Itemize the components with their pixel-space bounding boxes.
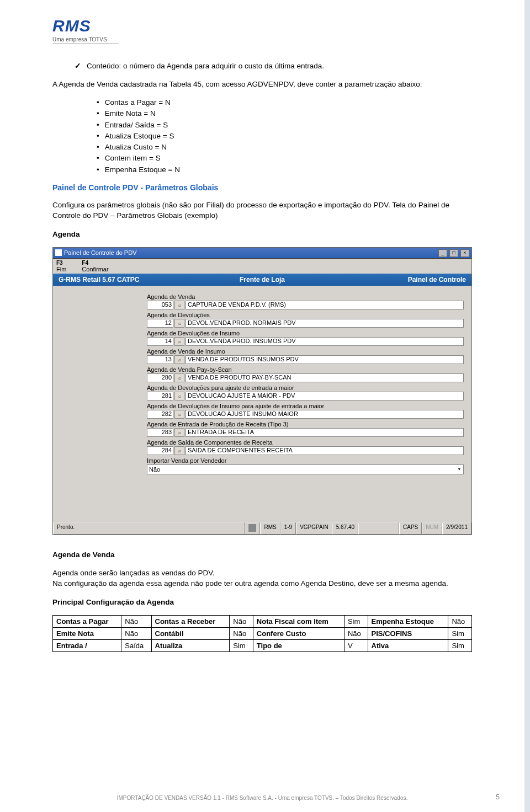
desc-input[interactable]: CAPTURA DE VENDA P.D.V. (RMS) bbox=[186, 301, 464, 309]
maximize-button[interactable]: □ bbox=[449, 249, 458, 257]
desc-input[interactable]: DEVOLUCAO AJUSTE INSUMO MAIOR bbox=[186, 410, 464, 419]
code-input[interactable]: 280 bbox=[147, 373, 173, 382]
lookup-icon[interactable]: ⌕ bbox=[174, 392, 184, 400]
cfg-label: Contas a Receber bbox=[151, 615, 230, 627]
status-bar: Pronto. RMS 1-9 VGPGPAIN 5.67.40 CAPS NU… bbox=[53, 522, 471, 535]
param-item: Atualiza Estoque = S bbox=[97, 131, 472, 142]
field-row: Agenda de Venda Pay-by-Scan 280 ⌕ VENDA … bbox=[147, 366, 464, 382]
select-value: Não bbox=[149, 466, 160, 473]
cfg-value: Sim bbox=[230, 639, 253, 651]
menu-label: Confirmar bbox=[82, 266, 108, 273]
param-item: Entrada/ Saída = S bbox=[97, 120, 472, 131]
form-body: Agenda de Venda 053 ⌕ CAPTURA DE VENDA P… bbox=[53, 286, 471, 522]
status-disk-icon bbox=[245, 522, 260, 535]
table-row: Contas a Pagar Não Contas a Receber Não … bbox=[53, 615, 472, 627]
status-ready: Pronto. bbox=[53, 522, 245, 535]
lookup-icon[interactable]: ⌕ bbox=[174, 301, 184, 309]
field-label: Agenda de Devoluções de Insumo bbox=[147, 330, 464, 336]
context-left: G-RMS Retail 5.67 CATPC bbox=[59, 276, 194, 284]
lookup-icon[interactable]: ⌕ bbox=[174, 428, 184, 437]
cfg-label: Contas a Pagar bbox=[53, 615, 121, 627]
close-button[interactable]: × bbox=[460, 249, 469, 257]
field-row: Agenda de Devoluções 12 ⌕ DEVOL.VENDA PR… bbox=[147, 312, 464, 328]
desc-input[interactable]: DEVOL.VENDA PROD. INSUMOS PDV bbox=[186, 337, 464, 346]
lookup-icon[interactable]: ⌕ bbox=[174, 319, 184, 328]
app-icon bbox=[55, 249, 62, 256]
status-date: 2/9/2011 bbox=[442, 522, 471, 535]
desc-input[interactable]: VENDA DE PRODUTO PAY-BY-SCAN bbox=[186, 373, 464, 382]
menu-fim[interactable]: F3 Fim bbox=[56, 260, 66, 273]
context-bar: G-RMS Retail 5.67 CATPC Frente de Loja P… bbox=[53, 274, 471, 286]
page-number: 5 bbox=[496, 793, 500, 801]
menu-bar: F3 Fim F4 Confirmar bbox=[53, 259, 471, 274]
status-prog: VGPGPAIN bbox=[296, 522, 332, 535]
desc-input[interactable]: VENDA DE PRODUTOS INSUMOS PDV bbox=[186, 355, 464, 364]
cfg-label: Nota Fiscal com Item bbox=[253, 615, 344, 627]
field-label: Agenda de Venda de Insumo bbox=[147, 348, 464, 355]
minimize-button[interactable]: _ bbox=[438, 249, 447, 257]
lookup-icon[interactable]: ⌕ bbox=[174, 337, 184, 346]
config-table: Contas a Pagar Não Contas a Receber Não … bbox=[52, 615, 472, 652]
cfg-value: Saída bbox=[121, 639, 151, 651]
code-input[interactable]: 284 bbox=[147, 446, 173, 455]
desc-input[interactable]: ENTRADA DE RECEITA bbox=[186, 428, 464, 437]
field-row-select: Importar Venda por Vendedor Não bbox=[147, 457, 464, 474]
cfg-value: Sim bbox=[344, 615, 368, 627]
context-center: Frente de Loja bbox=[194, 276, 330, 284]
heading-agenda-venda: Agenda de Venda bbox=[52, 549, 472, 560]
desc-input[interactable]: SAIDA DE COMPONENTES RECEITA bbox=[186, 446, 464, 455]
status-page: 1-9 bbox=[280, 522, 296, 535]
field-label: Agenda de Devoluções de Insumo para ajus… bbox=[147, 403, 464, 409]
code-input[interactable]: 282 bbox=[147, 410, 173, 419]
param-item: Contas a Pagar = N bbox=[97, 97, 472, 108]
code-input[interactable]: 283 bbox=[147, 428, 173, 437]
cfg-label: PIS/COFINS bbox=[368, 627, 448, 639]
status-ver: 5.67.40 bbox=[332, 522, 358, 535]
logo-subtitle: Uma empresa TOTVS bbox=[52, 36, 472, 42]
lookup-icon[interactable]: ⌕ bbox=[174, 373, 184, 382]
code-input[interactable]: 13 bbox=[147, 355, 173, 364]
param-item: Atualiza Custo = N bbox=[97, 142, 472, 153]
menu-confirmar[interactable]: F4 Confirmar bbox=[82, 260, 108, 273]
cfg-label: Atualiza bbox=[151, 639, 230, 651]
lookup-icon[interactable]: ⌕ bbox=[174, 410, 184, 419]
table-row: Entrada / Saída Atualiza Sim Tipo de V A… bbox=[53, 639, 472, 651]
section-heading-painel: Painel de Controle PDV - Parâmetros Glob… bbox=[52, 183, 472, 192]
fkey-label: F3 bbox=[56, 260, 63, 266]
field-row: Agenda de Saída de Componentes de Receit… bbox=[147, 439, 464, 455]
heading-principal-cfg: Principal Configuração da Agenda bbox=[52, 597, 472, 608]
logo-block: RMS Uma empresa TOTVS bbox=[52, 17, 472, 44]
field-row: Agenda de Entrada de Produção de Receita… bbox=[147, 421, 464, 437]
field-row: Agenda de Venda 053 ⌕ CAPTURA DE VENDA P… bbox=[147, 293, 464, 309]
code-input[interactable]: 12 bbox=[147, 319, 173, 328]
cfg-label: Emite Nota bbox=[53, 627, 121, 639]
logo-text: RMS bbox=[52, 17, 472, 35]
select-importar[interactable]: Não bbox=[147, 464, 464, 474]
para-agenda-venda-1: Agenda onde serão lançadas as vendas do … bbox=[52, 568, 472, 579]
disk-icon bbox=[248, 524, 256, 532]
window-title: Painel de Controle do PDV bbox=[64, 249, 136, 256]
field-label: Agenda de Saída de Componentes de Receit… bbox=[147, 439, 464, 446]
desc-input[interactable]: DEVOL.VENDA PROD. NORMAIS PDV bbox=[186, 319, 464, 328]
lookup-icon[interactable]: ⌕ bbox=[174, 446, 184, 455]
agenda-label: Agenda bbox=[52, 229, 472, 240]
code-input[interactable]: 14 bbox=[147, 337, 173, 346]
status-caps: CAPS bbox=[399, 522, 422, 535]
code-input[interactable]: 281 bbox=[147, 392, 173, 400]
paragraph-intro: A Agenda de Venda cadastrada na Tabela 4… bbox=[52, 79, 472, 90]
field-label: Agenda de Devoluções para ajuste de entr… bbox=[147, 384, 464, 391]
paragraph-configura: Configura os parâmetros globais (não são… bbox=[52, 200, 472, 221]
desc-input[interactable]: DEVOLUCAO AJUSTE A MAIOR - PDV bbox=[186, 392, 464, 400]
cfg-label: Entrada / bbox=[53, 639, 121, 651]
status-user: RMS bbox=[260, 522, 280, 535]
cfg-label: Confere Custo bbox=[253, 627, 344, 639]
para-agenda-venda-2: Na configuração da agenda essa agenda nã… bbox=[52, 578, 472, 589]
app-window: Painel de Controle do PDV _ □ × F3 Fim F… bbox=[52, 247, 472, 535]
code-input[interactable]: 053 bbox=[147, 301, 173, 309]
field-row: Agenda de Devoluções para ajuste de entr… bbox=[147, 384, 464, 400]
lookup-icon[interactable]: ⌕ bbox=[174, 355, 184, 364]
table-row: Emite Nota Não Contábil Não Confere Cust… bbox=[53, 627, 472, 639]
cfg-label: Tipo de bbox=[253, 639, 344, 651]
check-list: Conteúdo: o número da Agenda para adquir… bbox=[75, 61, 472, 72]
status-spacer bbox=[358, 522, 399, 535]
